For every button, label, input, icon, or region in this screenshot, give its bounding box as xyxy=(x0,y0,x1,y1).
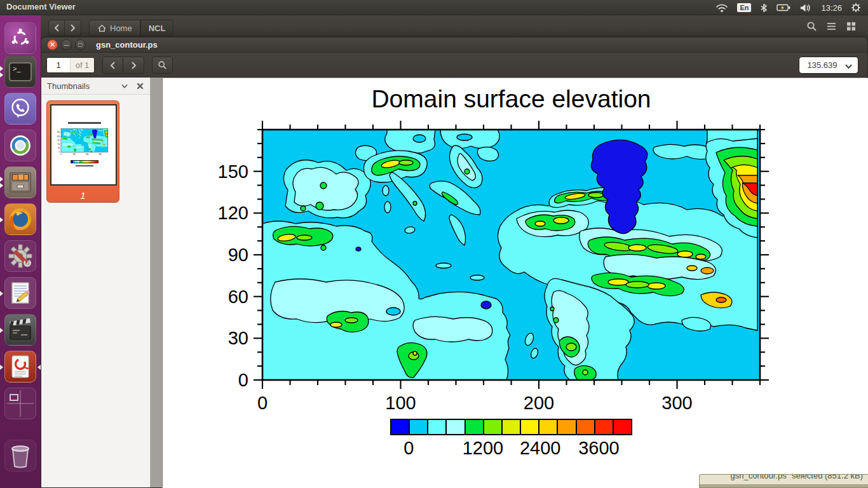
sidebar-title: Thumbnails xyxy=(47,81,117,91)
colorbar-cell xyxy=(613,420,631,434)
list-view-icon[interactable] xyxy=(826,21,837,34)
thumbnail-colorbar xyxy=(71,160,98,163)
viber-icon[interactable] xyxy=(4,93,36,125)
sea-background xyxy=(262,130,760,380)
colorbar-cell xyxy=(557,420,575,434)
colorbar-cell xyxy=(576,420,594,434)
thumbnails-sidebar: Thumbnails 1 xyxy=(41,78,151,487)
settings-gear-wrench-icon[interactable] xyxy=(4,240,36,272)
keyboard-layout-indicator[interactable]: En xyxy=(737,3,751,12)
grid-view-icon[interactable] xyxy=(846,21,857,34)
status-text: "gsn_contour.ps" selected (851.2 kB) xyxy=(728,474,863,480)
active-app-title: Document Viewer xyxy=(6,2,76,11)
plot-title: Domain surface elevation xyxy=(262,85,760,113)
page-current-value[interactable]: 1 xyxy=(47,58,70,72)
svg-text:150: 150 xyxy=(218,161,248,182)
page-number-entry[interactable]: 1 of 1 xyxy=(46,57,95,73)
svg-text:300: 300 xyxy=(661,393,692,413)
clock[interactable]: 13:26 xyxy=(821,3,842,13)
anyconnect-globe-icon[interactable] xyxy=(4,130,36,161)
colorbar-cell xyxy=(520,420,538,434)
colorbar-tick-label: 3600 xyxy=(578,438,620,459)
back-button[interactable] xyxy=(48,20,65,36)
workspace-switcher-icon[interactable] xyxy=(4,388,36,419)
window-title: gsn_contour.ps xyxy=(96,40,158,50)
document-view-area[interactable]: Domain surface elevation xyxy=(151,78,867,487)
document-viewer-icon[interactable] xyxy=(4,351,36,383)
chevron-down-icon[interactable] xyxy=(845,60,858,71)
previous-page-button[interactable] xyxy=(102,57,123,74)
session-gear-icon[interactable] xyxy=(851,3,861,13)
thumbnail-page-preview xyxy=(50,104,117,186)
trash-icon[interactable] xyxy=(4,440,36,471)
svg-text:90: 90 xyxy=(228,245,248,265)
zoom-level-control[interactable]: 135.639 xyxy=(799,57,858,74)
unity-launcher: >_ xyxy=(0,15,41,488)
colorbar-labels: 0120024003600 xyxy=(390,438,632,461)
colorbar-cell xyxy=(409,420,427,434)
breadcrumb-home-label: Home xyxy=(110,24,132,33)
breadcrumb-ncl[interactable]: NCL xyxy=(140,20,174,36)
colorbar-cell xyxy=(594,420,613,434)
document-page: Domain surface elevation xyxy=(163,78,868,488)
colorbar xyxy=(390,419,632,435)
desktop-top-panel: Document Viewer En 13:26 xyxy=(0,0,868,15)
find-button[interactable] xyxy=(152,57,173,74)
minimize-button[interactable]: ─ xyxy=(61,39,72,50)
svg-text:100: 100 xyxy=(385,393,416,413)
ubuntu-dash-icon[interactable] xyxy=(4,22,36,54)
thumbnail-item-selected[interactable]: 1 xyxy=(46,100,119,203)
svg-text:0: 0 xyxy=(257,393,268,413)
close-button[interactable]: ✕ xyxy=(47,39,58,50)
colorbar-cell xyxy=(445,420,464,434)
thumbnail-list: 1 xyxy=(41,95,150,487)
svg-text:60: 60 xyxy=(228,287,248,307)
search-icon[interactable] xyxy=(806,21,817,34)
page-total-label: of 1 xyxy=(70,58,94,72)
firefox-icon[interactable] xyxy=(4,203,36,235)
file-manager-status-popup: "gsn_contour.ps" selected (851.2 kB) xyxy=(699,474,868,488)
video-editor-icon[interactable] xyxy=(4,314,36,346)
colorbar-cell xyxy=(483,420,501,434)
svg-text:120: 120 xyxy=(218,203,248,223)
sidebar-mode-chevron-icon[interactable] xyxy=(117,84,132,88)
wifi-icon[interactable] xyxy=(715,3,728,13)
svg-text:30: 30 xyxy=(228,328,248,348)
svg-text:>_: >_ xyxy=(13,65,21,72)
colorbar-cell xyxy=(501,420,520,434)
sidebar-close-icon[interactable] xyxy=(132,83,147,90)
colorbar-tick-label: 2400 xyxy=(520,438,561,459)
terminal-icon[interactable]: >_ xyxy=(4,56,36,88)
breadcrumb-ncl-label: NCL xyxy=(149,24,166,33)
viewer-toolbar: 1 of 1 135.639 xyxy=(41,53,867,78)
breadcrumb-home[interactable]: Home xyxy=(89,20,140,36)
text-editor-icon[interactable] xyxy=(4,277,36,309)
volume-icon[interactable] xyxy=(800,3,812,13)
bluetooth-icon[interactable] xyxy=(760,3,768,13)
colorbar-tick-label: 0 xyxy=(403,438,414,459)
contour-map: 01002003000306090120150 xyxy=(208,107,815,441)
forward-button[interactable] xyxy=(65,20,81,36)
thumbnail-page-number: 1 xyxy=(47,190,119,201)
colorbar-cell xyxy=(391,420,409,434)
window-titlebar[interactable]: ✕ ─ ▢ gsn_contour.ps xyxy=(41,37,867,53)
next-page-button[interactable] xyxy=(123,57,144,74)
svg-text:0: 0 xyxy=(238,370,248,390)
colorbar-tick-label: 1200 xyxy=(463,438,504,459)
document-viewer-window: ✕ ─ ▢ gsn_contour.ps 1 of 1 135.639 xyxy=(41,37,868,488)
colorbar-cell xyxy=(427,420,445,434)
maximize-button[interactable]: ▢ xyxy=(75,39,86,50)
sidebar-header: Thumbnails xyxy=(41,78,150,95)
zoom-level-value[interactable]: 135.639 xyxy=(799,60,845,70)
battery-charging-icon[interactable] xyxy=(776,3,791,12)
colorbar-cell xyxy=(538,420,557,434)
svg-text:200: 200 xyxy=(524,393,554,413)
file-cabinet-icon[interactable] xyxy=(4,166,36,198)
colorbar-cell xyxy=(465,420,483,434)
